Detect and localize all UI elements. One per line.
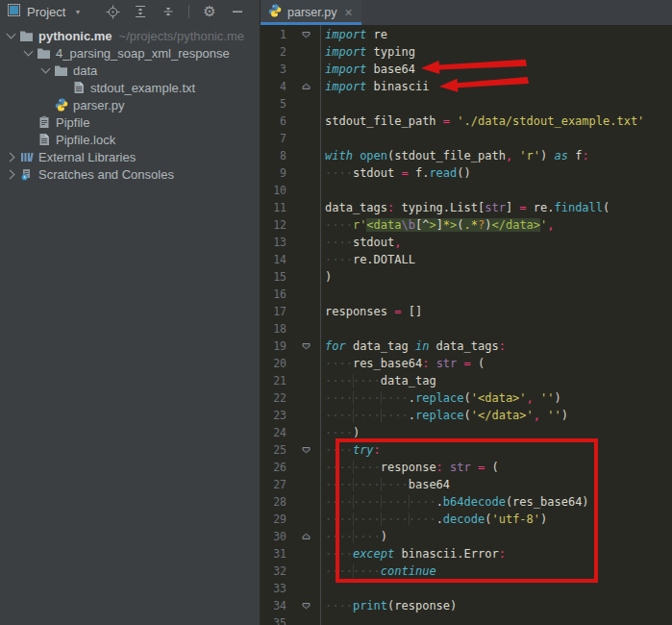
code-line-35[interactable]: 35 bbox=[261, 614, 672, 625]
line-number[interactable]: 15 bbox=[261, 268, 290, 286]
project-panel-title[interactable]: Project bbox=[27, 5, 65, 19]
fold-marker-icon[interactable] bbox=[290, 78, 325, 95]
line-number[interactable]: 18 bbox=[261, 320, 290, 338]
code-line-32[interactable]: 32········continue bbox=[261, 562, 672, 580]
code-line-21[interactable]: 21········data_tag bbox=[261, 372, 672, 389]
code-line-1[interactable]: 1import re bbox=[261, 26, 672, 43]
tab-parser-py[interactable]: parser.py × bbox=[261, 0, 361, 25]
code-line-15[interactable]: 15) bbox=[261, 268, 672, 286]
code-line-26[interactable]: 26········response: str = ( bbox=[261, 459, 672, 476]
line-number[interactable]: 9 bbox=[261, 164, 290, 182]
line-number[interactable]: 35 bbox=[261, 614, 290, 625]
code-line-3[interactable]: 3import base64 bbox=[261, 61, 672, 78]
line-number[interactable]: 31 bbox=[261, 545, 290, 562]
fold-marker-icon[interactable] bbox=[290, 338, 325, 355]
line-number[interactable]: 16 bbox=[261, 286, 290, 303]
code-line-8[interactable]: 8with open(stdout_file_path, 'r') as f: bbox=[261, 147, 672, 164]
tree-item-scratches-and-consoles[interactable]: Scratches and Consoles bbox=[0, 165, 260, 183]
code-line-18[interactable]: 18 bbox=[261, 320, 672, 338]
code-line-6[interactable]: 6stdout_file_path = './data/stdout_examp… bbox=[261, 112, 672, 130]
code-line-5[interactable]: 5 bbox=[261, 95, 672, 112]
line-number[interactable]: 5 bbox=[261, 95, 290, 112]
code-line-17[interactable]: 17responses = [] bbox=[261, 303, 672, 320]
line-number[interactable]: 28 bbox=[261, 493, 290, 511]
line-number[interactable]: 29 bbox=[261, 511, 290, 528]
tree-item-data[interactable]: data bbox=[0, 62, 260, 79]
line-number[interactable]: 8 bbox=[261, 147, 290, 164]
code-line-7[interactable]: 7 bbox=[261, 130, 672, 147]
line-number[interactable]: 14 bbox=[261, 251, 290, 268]
fold-marker-icon[interactable] bbox=[290, 441, 325, 459]
code-line-11[interactable]: 11data_tags: typing.List[str] = re.finda… bbox=[261, 199, 672, 216]
code-line-25[interactable]: 25····try: bbox=[261, 441, 672, 459]
code-line-20[interactable]: 20····res_base64: str = ( bbox=[261, 355, 672, 372]
line-number[interactable]: 1 bbox=[261, 26, 290, 43]
line-number[interactable]: 25 bbox=[261, 441, 290, 459]
line-number[interactable]: 33 bbox=[261, 580, 290, 597]
code-line-34[interactable]: 34····print(response) bbox=[261, 597, 672, 614]
line-number[interactable]: 2 bbox=[261, 43, 290, 61]
code-line-10[interactable]: 10 bbox=[261, 182, 672, 199]
chevron-down-icon[interactable] bbox=[6, 30, 15, 39]
tree-item-stdout-example-txt[interactable]: stdout_example.txt bbox=[0, 79, 260, 96]
code-line-33[interactable]: 33 bbox=[261, 580, 672, 597]
line-number[interactable]: 27 bbox=[261, 476, 290, 493]
tree-item-4-parsing-soap-xml-response[interactable]: 4_parsing_soap_xml_response bbox=[0, 44, 260, 62]
code-line-30[interactable]: 30········) bbox=[261, 528, 672, 545]
expand-all-icon[interactable] bbox=[133, 4, 148, 19]
line-number[interactable]: 23 bbox=[261, 407, 290, 424]
close-icon[interactable]: × bbox=[344, 7, 352, 18]
line-number[interactable]: 30 bbox=[261, 528, 290, 545]
code-line-4[interactable]: 4import binascii bbox=[261, 78, 672, 95]
code-editor[interactable]: 1import re2import typing3import base644i… bbox=[261, 25, 672, 625]
tree-item-parser-py[interactable]: parser.py bbox=[0, 96, 260, 113]
chevron-right-icon[interactable] bbox=[5, 152, 14, 162]
line-number[interactable]: 12 bbox=[261, 216, 290, 234]
fold-marker-icon[interactable] bbox=[290, 26, 325, 43]
fold-marker-icon[interactable] bbox=[290, 597, 325, 614]
line-number[interactable]: 11 bbox=[261, 199, 290, 216]
fold-marker-icon[interactable] bbox=[290, 528, 325, 545]
line-number[interactable]: 34 bbox=[261, 597, 290, 614]
chevron-down-icon[interactable] bbox=[23, 47, 33, 57]
line-number[interactable]: 20 bbox=[261, 355, 290, 372]
line-number[interactable]: 13 bbox=[261, 234, 290, 251]
code-line-27[interactable]: 27············base64 bbox=[261, 476, 672, 493]
tree-item-pythonic-me[interactable]: pythonic.me~/projects/pythonic.me bbox=[0, 27, 260, 44]
code-line-28[interactable]: 28················.b64decode(res_base64) bbox=[261, 493, 672, 511]
chevron-down-icon[interactable]: ▼ bbox=[74, 9, 81, 15]
line-number[interactable]: 24 bbox=[261, 424, 290, 441]
locate-icon[interactable] bbox=[105, 4, 120, 19]
tree-item-external-libraries[interactable]: External Libraries bbox=[0, 148, 260, 165]
code-line-29[interactable]: 29················.decode('utf-8') bbox=[261, 511, 672, 528]
line-number[interactable]: 19 bbox=[261, 338, 290, 355]
line-number[interactable]: 22 bbox=[261, 389, 290, 407]
line-number[interactable]: 10 bbox=[261, 182, 290, 199]
line-number[interactable]: 4 bbox=[261, 78, 290, 95]
chevron-right-icon[interactable] bbox=[5, 169, 14, 179]
tree-item-pipfile[interactable]: Pipfile bbox=[0, 113, 260, 131]
settings-icon[interactable]: ⚙ bbox=[202, 4, 217, 19]
line-number[interactable]: 6 bbox=[261, 112, 290, 130]
code-line-13[interactable]: 13····stdout, bbox=[261, 234, 672, 251]
collapse-all-icon[interactable] bbox=[161, 4, 176, 19]
hide-icon[interactable] bbox=[230, 4, 245, 19]
code-line-23[interactable]: 23············.replace('</data>', '') bbox=[261, 407, 672, 424]
code-line-19[interactable]: 19for data_tag in data_tags: bbox=[261, 338, 672, 355]
code-line-2[interactable]: 2import typing bbox=[261, 43, 672, 61]
code-line-14[interactable]: 14····re.DOTALL bbox=[261, 251, 672, 268]
chevron-down-icon[interactable] bbox=[40, 64, 50, 74]
code-line-16[interactable]: 16 bbox=[261, 286, 672, 303]
code-line-24[interactable]: 24····) bbox=[261, 424, 672, 441]
line-number[interactable]: 21 bbox=[261, 372, 290, 389]
code-line-9[interactable]: 9····stdout = f.read() bbox=[261, 164, 672, 182]
code-line-12[interactable]: 12····r'<data\b[^>]*>(.*?)</data>', bbox=[261, 216, 672, 234]
line-number[interactable]: 17 bbox=[261, 303, 290, 320]
line-number[interactable]: 26 bbox=[261, 459, 290, 476]
line-number[interactable]: 3 bbox=[261, 61, 290, 78]
line-number[interactable]: 7 bbox=[261, 130, 290, 147]
code-line-31[interactable]: 31····except binascii.Error: bbox=[261, 545, 672, 562]
line-number[interactable]: 32 bbox=[261, 562, 290, 580]
tree-item-pipfile-lock[interactable]: Pipfile.lock bbox=[0, 131, 260, 148]
code-line-22[interactable]: 22············.replace('<data>', '') bbox=[261, 389, 672, 407]
